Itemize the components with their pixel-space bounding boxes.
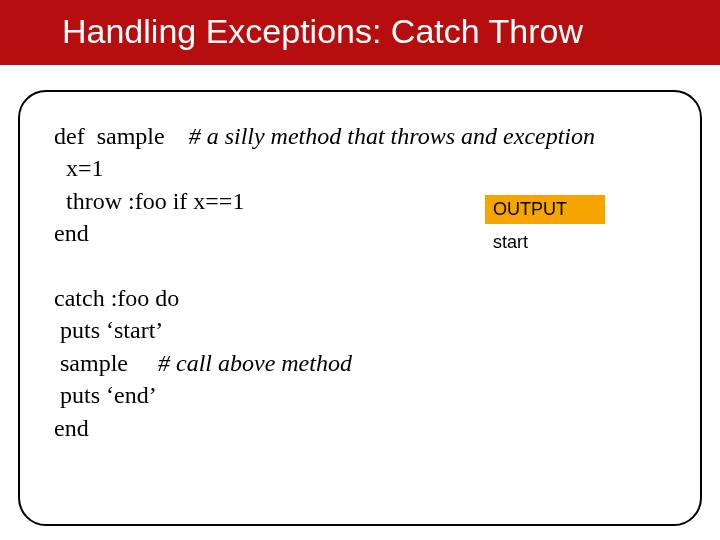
code-line: puts ‘end’ (54, 382, 157, 408)
code-line: sample (54, 350, 158, 376)
slide-title: Handling Exceptions: Catch Throw (62, 12, 583, 50)
title-bar: Handling Exceptions: Catch Throw (0, 0, 720, 65)
code-line: end (54, 415, 89, 441)
code-block-1: def sample # a silly method that throws … (54, 120, 680, 444)
code-line: def sample (54, 123, 189, 149)
output-label: OUTPUT (485, 195, 605, 224)
output-box: OUTPUT start (485, 195, 605, 257)
code-line: throw :foo if x==1 (54, 188, 244, 214)
code-line: catch :foo do (54, 285, 179, 311)
code-line: x=1 (54, 155, 104, 181)
code-comment: # call above method (158, 350, 352, 376)
code-line: puts ‘start’ (54, 317, 163, 343)
slide-body: def sample # a silly method that throws … (54, 120, 680, 444)
slide: Handling Exceptions: Catch Throw def sam… (0, 0, 720, 540)
code-line: end (54, 220, 89, 246)
code-comment: # a silly method that throws and excepti… (189, 123, 595, 149)
output-value: start (485, 224, 605, 257)
